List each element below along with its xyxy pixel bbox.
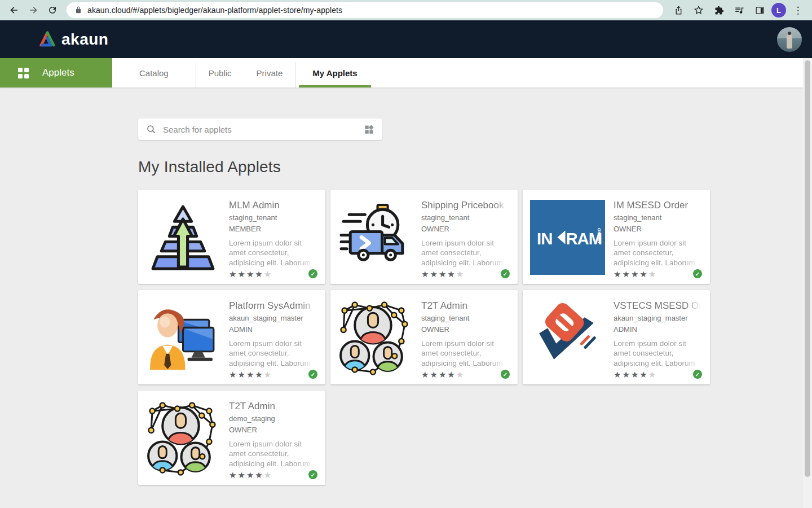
applet-card-t2t-admin-staging[interactable]: T2T Admin staging_tenant OWNER Lorem ips… [330,290,518,384]
browser-back-button[interactable] [6,2,23,19]
applet-description: Lorem ipsum dolor sit amet consectetur, … [421,238,510,268]
module-label: Applets [42,67,74,78]
applet-role: OWNER [421,325,510,334]
page-scrollbar-thumb[interactable] [805,60,810,477]
share-icon [674,6,683,15]
browser-reload-button[interactable] [44,2,61,19]
applet-title: VSTECS MSESD Order [614,300,702,312]
applet-search-bar [138,119,382,140]
applet-role: OWNER [421,225,510,234]
rating-stars: ★★★★★ [614,270,657,278]
applet-card-grid: MLM Admin staging_tenant MEMBER Lorem ip… [138,190,812,485]
mlm-pyramid-image [145,200,220,275]
applet-role: OWNER [614,225,702,234]
puzzle-icon [714,6,724,15]
reload-icon [47,5,58,15]
people-network-image [338,300,413,375]
card-footer: ★★★★★ ✓ [421,370,510,379]
applet-card-mlm-admin[interactable]: MLM Admin staging_tenant MEMBER Lorem ip… [138,190,325,284]
rating-stars: ★★★★★ [421,370,465,379]
installed-check-icon: ✓ [308,269,317,278]
installed-check-icon: ✓ [308,370,317,379]
card-footer: ★★★★★ ✓ [421,269,510,278]
rating-stars: ★★★★★ [229,270,272,278]
lock-icon [74,6,82,14]
playlist-icon [734,5,744,15]
browser-profile-avatar[interactable]: L [771,3,786,17]
card-body: T2T Admin demo_staging OWNER Lorem ipsum… [229,397,317,479]
applet-title: Shipping Pricebook [421,200,510,211]
applet-description: Lorem ipsum dolor sit amet consectetur, … [229,238,317,268]
applet-role: MEMBER [229,225,317,234]
main-content: My Installed Applets MLM Admin staging_t… [0,87,812,508]
installed-check-icon: ✓ [693,269,702,278]
applet-card-vstecs-msesd-order[interactable]: VSTECS MSESD Order akaun_staging_master … [523,290,710,384]
search-input[interactable] [163,125,357,134]
rating-stars: ★★★★★ [614,370,657,379]
address-bar[interactable]: akaun.cloud/#/applets/bigledger/akaun-pl… [67,2,663,18]
applet-description: Lorem ipsum dolor sit amet consectetur, … [421,339,510,369]
ingram-micro-text: MICRO [597,227,602,243]
avatar-person-silhouette [787,34,792,49]
applet-card-platform-sysadmin[interactable]: Platform SysAdmin akaun_staging_master A… [138,290,325,384]
side-panel-button[interactable] [751,2,768,19]
app-navbar: akaun [0,20,812,58]
card-body: Platform SysAdmin akaun_staging_master A… [229,296,317,379]
applet-tenant: akaun_staging_master [614,314,702,323]
widgets-icon [364,124,374,135]
applet-role: OWNER [229,426,317,435]
applet-title: T2T Admin [229,401,317,412]
akaun-triangle-icon [38,31,56,48]
installed-check-icon: ✓ [308,470,317,479]
sysadmin-person-image [145,300,220,375]
installed-check-icon: ✓ [693,370,702,379]
applet-card-shipping-pricebook[interactable]: Shipping Pricebook staging_tenant OWNER … [330,190,518,284]
card-body: VSTECS MSESD Order akaun_staging_master … [614,296,702,379]
reading-list-button[interactable] [731,2,748,19]
tab-label: My Applets [312,68,357,78]
applet-title: T2T Admin [421,300,510,312]
applet-description: Lorem ipsum dolor sit amet consectetur, … [614,339,702,369]
ingram-text-left: IN [537,229,552,247]
tab-my-applets[interactable]: My Applets [295,58,374,87]
user-avatar[interactable] [777,27,802,52]
applets-module-header[interactable]: Applets [0,58,112,87]
applet-tenant: staging_tenant [614,213,702,222]
rating-stars: ★★★★★ [421,270,465,278]
card-footer: ★★★★★ ✓ [229,269,317,278]
rating-stars: ★★★★★ [229,370,272,379]
installed-check-icon: ✓ [501,370,510,379]
widgets-view-button[interactable] [364,124,374,135]
card-body: Shipping Pricebook staging_tenant OWNER … [421,196,510,278]
forward-arrow-icon [28,5,39,16]
akaun-logo[interactable]: akaun [38,30,108,49]
installed-check-icon: ✓ [501,269,510,278]
tab-catalog[interactable]: Catalog [112,58,196,87]
card-body: MLM Admin staging_tenant MEMBER Lorem ip… [229,196,317,278]
applet-tenant: demo_staging [229,414,317,423]
card-body: T2T Admin staging_tenant OWNER Lorem ips… [421,296,510,379]
browser-toolbar: akaun.cloud/#/applets/bigledger/akaun-pl… [0,0,812,20]
applet-description: Lorem ipsum dolor sit amet consectetur, … [229,339,317,369]
browser-menu-button[interactable]: ⋮ [789,2,806,19]
applet-role: ADMIN [614,325,702,334]
tab-bar: Catalog Public Private My Applets [112,58,374,87]
tab-public[interactable]: Public [196,58,244,87]
applet-title: IM MSESD Order [614,200,702,211]
page-scrollbar-track[interactable] [803,58,812,508]
kebab-menu-icon: ⋮ [792,5,804,16]
extensions-button[interactable] [710,2,727,19]
browser-forward-button[interactable] [25,2,42,19]
bookmark-button[interactable] [690,2,707,19]
applet-description: Lorem ipsum dolor sit amet consectetur, … [614,238,702,268]
card-footer: ★★★★★ ✓ [614,269,702,278]
tab-private[interactable]: Private [244,58,295,87]
share-button[interactable] [670,2,687,19]
applet-card-im-msesd-order[interactable]: IN RAM MICRO IM MSESD Order staging_tena… [523,190,710,284]
applet-tenant: akaun_staging_master [229,314,317,323]
applet-description: Lorem ipsum dolor sit amet consectetur, … [229,439,317,469]
brand-name: akaun [61,30,108,49]
subheader: Applets Catalog Public Private My Applet… [0,58,812,87]
search-icon [146,124,156,134]
applet-card-t2t-admin-demo[interactable]: T2T Admin demo_staging OWNER Lorem ipsum… [138,391,325,485]
